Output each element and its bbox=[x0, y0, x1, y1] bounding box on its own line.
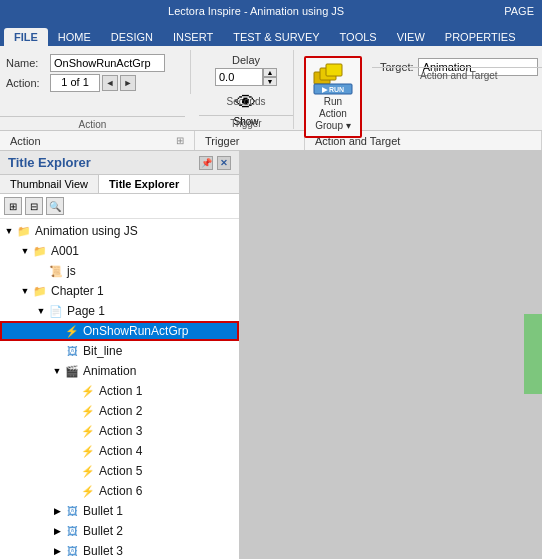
tree-icon-bullet1: 🖼 bbox=[64, 503, 80, 519]
name-row: Name: bbox=[6, 54, 165, 72]
main-content: Title Explorer 📌 ✕ Thumbnail View Title … bbox=[0, 151, 542, 559]
target-ribbon-section: Target: Action and Target bbox=[372, 50, 542, 81]
tree-expand-animation[interactable]: ▼ bbox=[50, 364, 64, 378]
panel-header: Title Explorer 📌 ✕ bbox=[0, 151, 239, 175]
tab-properties[interactable]: PROPERTIES bbox=[435, 28, 526, 46]
run-action-group-button[interactable]: ▶ RUN Run ActionGroup ▾ bbox=[304, 56, 362, 138]
tree-item-onshow[interactable]: ▶⚡OnShowRunActGrp bbox=[0, 321, 239, 341]
menu-bar: Lectora Inspire - Animation using JS PAG… bbox=[0, 0, 542, 22]
tree-expand-bullet2[interactable]: ▶ bbox=[50, 524, 64, 538]
tree-label-onshow: OnShowRunActGrp bbox=[83, 324, 188, 338]
tree-icon-action2: ⚡ bbox=[80, 403, 96, 419]
tree-icon-action5: ⚡ bbox=[80, 463, 96, 479]
tree-filter-button[interactable]: 🔍 bbox=[46, 197, 64, 215]
tree-icon-action3: ⚡ bbox=[80, 423, 96, 439]
tree-expand-chapter1[interactable]: ▼ bbox=[18, 284, 32, 298]
section-labels-bar: Action ⊞ Trigger Action and Target bbox=[0, 131, 542, 151]
delay-input-row: ▲ ▼ bbox=[215, 68, 277, 86]
tab-home[interactable]: HOME bbox=[48, 28, 101, 46]
action-target-section-label: Action and Target bbox=[372, 67, 542, 81]
run-action-group-label: Run ActionGroup ▾ bbox=[312, 96, 354, 132]
trigger-section-label: Trigger bbox=[199, 115, 293, 129]
tree-item-chapter1[interactable]: ▼📁Chapter 1 bbox=[0, 281, 239, 301]
canvas-content bbox=[240, 151, 542, 559]
delay-label: Delay bbox=[232, 54, 260, 66]
name-input[interactable] bbox=[50, 54, 165, 72]
tree-collapse-all-button[interactable]: ⊟ bbox=[25, 197, 43, 215]
tree-item-bit_line[interactable]: ▶🖼Bit_line bbox=[0, 341, 239, 361]
trigger-col-label: Trigger bbox=[195, 131, 305, 150]
tree-expand-page1[interactable]: ▼ bbox=[34, 304, 48, 318]
page-tab-label: PAGE bbox=[504, 5, 534, 17]
nav-next-button[interactable]: ► bbox=[120, 75, 136, 91]
tree-item-action5[interactable]: ▶⚡Action 5 bbox=[0, 461, 239, 481]
tree-expand-bullet3[interactable]: ▶ bbox=[50, 544, 64, 558]
tree-item-js[interactable]: ▶📜js bbox=[0, 261, 239, 281]
tree-item-page1[interactable]: ▼📄Page 1 bbox=[0, 301, 239, 321]
tree-icon-bullet2: 🖼 bbox=[64, 523, 80, 539]
tree-item-bullet1[interactable]: ▶🖼Bullet 1 bbox=[0, 501, 239, 521]
trigger-ribbon-section: Delay ▲ ▼ 👁 Show Seconds Trigger bbox=[199, 50, 294, 129]
action-col-label: Action ⊞ bbox=[0, 131, 195, 150]
spin-up-button[interactable]: ▲ bbox=[263, 68, 277, 77]
tree-item-action2[interactable]: ▶⚡Action 2 bbox=[0, 401, 239, 421]
tab-file[interactable]: FILE bbox=[4, 28, 48, 46]
tree-icon-action6: ⚡ bbox=[80, 483, 96, 499]
tree-label-root: Animation using JS bbox=[35, 224, 138, 238]
tree-label-bit_line: Bit_line bbox=[83, 344, 122, 358]
tab-view[interactable]: VIEW bbox=[387, 28, 435, 46]
tree-icon-chapter1: 📁 bbox=[32, 283, 48, 299]
tree-icon-action4: ⚡ bbox=[80, 443, 96, 459]
svg-text:▶ RUN: ▶ RUN bbox=[322, 86, 344, 93]
panel-close-button[interactable]: ✕ bbox=[217, 156, 231, 170]
tree-item-action3[interactable]: ▶⚡Action 3 bbox=[0, 421, 239, 441]
tree-icon-js: 📜 bbox=[48, 263, 64, 279]
tab-thumbnail-view[interactable]: Thumbnail View bbox=[0, 175, 99, 193]
tree-expand-a001[interactable]: ▼ bbox=[18, 244, 32, 258]
tree-label-bullet1: Bullet 1 bbox=[83, 504, 123, 518]
tab-tools[interactable]: TOOLS bbox=[330, 28, 387, 46]
tree-item-bullet2[interactable]: ▶🖼Bullet 2 bbox=[0, 521, 239, 541]
tree-icon-page1: 📄 bbox=[48, 303, 64, 319]
tree-label-action6: Action 6 bbox=[99, 484, 142, 498]
tree-icon-root: 📁 bbox=[16, 223, 32, 239]
panel-header-icons: 📌 ✕ bbox=[199, 156, 231, 170]
tree-icon-onshow: ⚡ bbox=[64, 323, 80, 339]
tree-expand-root[interactable]: ▼ bbox=[2, 224, 16, 238]
delay-input[interactable] bbox=[215, 68, 263, 86]
tree-label-animation: Animation bbox=[83, 364, 136, 378]
tree-content[interactable]: ▼📁Animation using JS▼📁A001▶📜js▼📁Chapter … bbox=[0, 219, 239, 559]
tree-expand-all-button[interactable]: ⊞ bbox=[4, 197, 22, 215]
tree-label-js: js bbox=[67, 264, 76, 278]
tree-item-bullet3[interactable]: ▶🖼Bullet 3 bbox=[0, 541, 239, 559]
panel-tabs: Thumbnail View Title Explorer bbox=[0, 175, 239, 194]
tree-item-action6[interactable]: ▶⚡Action 6 bbox=[0, 481, 239, 501]
seconds-label: Seconds bbox=[227, 96, 266, 107]
tree-item-animation[interactable]: ▼🎬Animation bbox=[0, 361, 239, 381]
tree-label-action5: Action 5 bbox=[99, 464, 142, 478]
panel-pin-button[interactable]: 📌 bbox=[199, 156, 213, 170]
tree-item-a001[interactable]: ▼📁A001 bbox=[0, 241, 239, 261]
tree-label-bullet3: Bullet 3 bbox=[83, 544, 123, 558]
tree-expand-bullet1[interactable]: ▶ bbox=[50, 504, 64, 518]
canvas-panel bbox=[240, 151, 542, 559]
name-label: Name: bbox=[6, 57, 46, 69]
tree-icon-animation: 🎬 bbox=[64, 363, 80, 379]
nav-prev-button[interactable]: ◄ bbox=[102, 75, 118, 91]
spin-down-button[interactable]: ▼ bbox=[263, 77, 277, 86]
tree-label-a001: A001 bbox=[51, 244, 79, 258]
tab-title-explorer[interactable]: Title Explorer bbox=[99, 175, 190, 193]
title-explorer-panel: Title Explorer 📌 ✕ Thumbnail View Title … bbox=[0, 151, 240, 559]
tab-test[interactable]: TEST & SURVEY bbox=[223, 28, 329, 46]
app-title: Lectora Inspire - Animation using JS bbox=[8, 5, 504, 17]
tree-label-action4: Action 4 bbox=[99, 444, 142, 458]
tab-design[interactable]: DESIGN bbox=[101, 28, 163, 46]
tree-label-bullet2: Bullet 2 bbox=[83, 524, 123, 538]
tab-insert[interactable]: INSERT bbox=[163, 28, 223, 46]
tree-item-action4[interactable]: ▶⚡Action 4 bbox=[0, 441, 239, 461]
tree-toolbar: ⊞ ⊟ 🔍 bbox=[0, 194, 239, 219]
action-counter: 1 of 1 ◄ ► bbox=[50, 74, 136, 92]
tree-item-root[interactable]: ▼📁Animation using JS bbox=[0, 221, 239, 241]
tree-item-action1[interactable]: ▶⚡Action 1 bbox=[0, 381, 239, 401]
ribbon: Name: Action: 1 of 1 ◄ ► Action Delay ▲ … bbox=[0, 46, 542, 131]
